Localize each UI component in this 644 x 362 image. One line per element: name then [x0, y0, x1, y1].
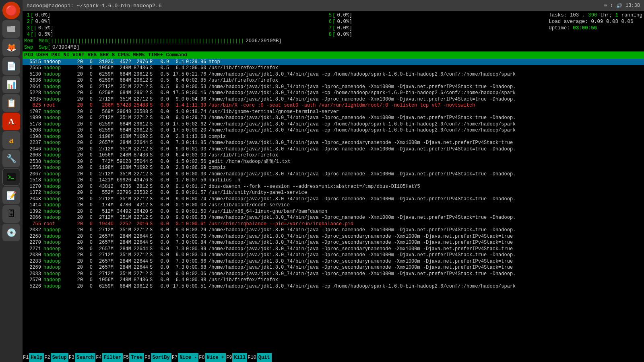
table-row[interactable]: 1372 hadoop 20 0 552M 32796 23532 S 0.0 …: [23, 190, 644, 196]
sidebar-icon-files[interactable]: [2, 20, 20, 38]
col-shr: 2016: [133, 221, 150, 227]
col-cmd: /usr/lib/x86_64-linux-gnu/bamf/bamfdaemo…: [208, 209, 642, 214]
table-row[interactable]: 5178 hadoop 20 0 6259M 684M 29612 S 0.0 …: [23, 121, 644, 128]
fkey-f2[interactable]: F2 Setup: [44, 353, 68, 362]
table-row[interactable]: 5515 hadoop 20 0 31020 4572 2976 R 0.9 0…: [23, 59, 644, 65]
sidebar-icon-amazon[interactable]: a: [2, 131, 20, 149]
table-row[interactable]: 5228 hadoop 20 0 6259M 684M 29612 S 0.0 …: [23, 90, 644, 97]
col-cmd: /home/hadoop/java/jdk1.8.0_74/bin/java -…: [208, 146, 642, 152]
fkey-f8[interactable]: F8 Nice +: [198, 353, 226, 362]
sidebar-icon-terminal[interactable]: [2, 168, 20, 186]
sidebar-icon-ubuntu[interactable]: 🔴: [2, 2, 20, 19]
col-pid: 1398: [24, 134, 43, 140]
table-row[interactable]: 2066 hadoop 20 0 2712M 351M 22712 S 0.0 …: [23, 215, 644, 221]
table-row[interactable]: 2636 hadoop 20 0 6259M 684M 29612 S 0.5 …: [23, 78, 644, 84]
col-user: hadoop: [43, 171, 72, 177]
col-ni: 0: [85, 209, 94, 214]
fkey-f6[interactable]: F6 SortBy: [144, 353, 171, 362]
table-row[interactable]: 2032 hadoop 20 0 2712M 351M 22712 S 0.0 …: [23, 227, 644, 234]
table-row[interactable]: 2555 hadoop 20 0 1056M 248M 87436 S 0.5 …: [23, 65, 644, 72]
col-pri: 20: [72, 109, 85, 115]
sidebar-icon-notes[interactable]: 📝: [2, 187, 20, 204]
sidebar-icon-settings[interactable]: 🔧: [2, 150, 20, 167]
fkey-label-F4: Filter: [102, 353, 123, 362]
fkey-num-F3: F3: [68, 355, 75, 360]
fkey-f7[interactable]: F7 Nice -: [171, 353, 199, 362]
col-s: R: [150, 59, 155, 65]
table-row[interactable]: 1414 hadoop 20 0 174M 4780 4212 S 0.0 0.…: [23, 202, 644, 209]
table-row[interactable]: 5130 hadoop 20 0 6259M 684M 29612 S 0.5 …: [23, 71, 644, 78]
fkey-f4[interactable]: F4 Filter: [95, 353, 123, 362]
table-row[interactable]: 2061 hadoop 20 0 2712M 351M 22712 S 0.5 …: [23, 84, 644, 90]
sidebar-icon-writer[interactable]: 📄: [2, 57, 20, 75]
table-row[interactable]: 2269 hadoop 20 0 2657M 284M 22644 S 0.0 …: [23, 265, 644, 271]
table-row[interactable]: 2608 hadoop 20 0 1056M 248M 87436 S 0.0 …: [23, 152, 644, 159]
table-row[interactable]: 2570 hadoop 20 0 1056M 248M 87436 S 0.0 …: [23, 277, 644, 284]
table-row[interactable]: 1556 hadoop 20 0 1198M 108M 71692 S 0.0 …: [23, 165, 644, 171]
table-row[interactable]: 2538 hadoop 20 0 742M 59028 35044 S 0.0 …: [23, 158, 644, 165]
col-shr: 35044: [133, 159, 150, 165]
cpu-line-4: 4[| 0.5%]: [24, 31, 326, 38]
fkey-f3[interactable]: F3 Search: [68, 353, 96, 362]
table-row[interactable]: 2270 hadoop 20 0 2657M 284M 22644 S 0.0 …: [23, 240, 644, 246]
fkey-f5[interactable]: F5 Tree: [123, 353, 144, 362]
table-row[interactable]: 825 root 20 0 286M 57428 25488 S 0.0 1.4…: [23, 103, 644, 109]
col-cpu: 0.0: [155, 271, 171, 277]
table-row[interactable]: 2268 hadoop 20 0 2657M 284M 22644 S 0.0 …: [23, 233, 644, 240]
table-row[interactable]: 1518 hadoop 20 0 1421M 69920 43476 S 0.0…: [23, 177, 644, 184]
col-pid: 5515: [24, 59, 43, 65]
table-row[interactable]: 2271 hadoop 20 0 2657M 284M 22644 S 0.0 …: [23, 246, 644, 252]
table-row[interactable]: 2046 hadoop 20 0 2712M 351M 22712 S 0.0 …: [23, 146, 644, 152]
col-res: 351M: [115, 171, 133, 177]
fkey-f10[interactable]: F10 Quit: [247, 353, 271, 362]
col-mem: 0.9: [171, 209, 186, 214]
sidebar-icon-texteditor[interactable]: A: [2, 113, 20, 130]
table-row[interactable]: 2035 hadoop 20 0 2712M 351M 22712 S 0.0 …: [23, 96, 644, 103]
col-time: 0:01.50: [186, 209, 208, 214]
sidebar-icon-filemanager[interactable]: 🗄: [2, 205, 20, 223]
col-user: hadoop: [43, 277, 72, 283]
col-mem: 7.3: [171, 265, 186, 270]
sidebar-icon-removable[interactable]: 💿: [2, 224, 20, 241]
col-cpu: 0.0: [155, 97, 171, 102]
table-row[interactable]: 1707 hadoop 20 0 569M 39648 30588 S 0.0 …: [23, 109, 644, 115]
table-row[interactable]: 5208 hadoop 20 0 6259M 684M 29612 S 0.0 …: [23, 128, 644, 134]
col-s: S: [150, 265, 155, 270]
fkey-label-F7: Nice -: [178, 353, 198, 362]
col-mem: 17.5: [171, 90, 186, 96]
table-row[interactable]: 1270 hadoop 20 0 43812 4236 2812 S 0.0 0…: [23, 183, 644, 190]
col-cpu: 0.0: [155, 227, 171, 233]
col-pri: 20: [72, 209, 85, 214]
table-row[interactable]: 2283 hadoop 20 0 2657M 284M 22644 S 0.0 …: [23, 258, 644, 265]
col-ni: 0: [85, 109, 94, 115]
col-s: S: [150, 128, 155, 133]
col-mem: 1.7: [171, 177, 186, 183]
sidebar-icon-firefox[interactable]: 🦊: [2, 39, 20, 56]
table-row[interactable]: 2048 hadoop 20 0 2712M 351M 22712 S 0.0 …: [23, 196, 644, 202]
fkey-f1[interactable]: F1 Help: [23, 353, 44, 362]
table-row[interactable]: 2030 hadoop 20 0 2712M 351M 22712 S 0.0 …: [23, 252, 644, 259]
table-row[interactable]: 2067 hadoop 20 0 2712M 351M 22712 S 0.0 …: [23, 171, 644, 177]
col-shr: 30588: [133, 109, 150, 115]
sidebar-icon-impress[interactable]: 📋: [2, 94, 20, 112]
col-time: 0:02.85: [186, 78, 208, 83]
table-row[interactable]: 755 root 20 0 19440 2252 2016 S 0.0 0.1 …: [23, 221, 644, 227]
col-virt: 2657M: [94, 240, 115, 245]
table-row[interactable]: 2033 hadoop 20 0 2712M 351M 22712 S 0.0 …: [23, 271, 644, 277]
fkey-label-F5: Tree: [129, 353, 144, 362]
table-row[interactable]: 1999 hadoop 20 0 2712M 351M 22712 S 0.0 …: [23, 115, 644, 121]
col-s: S: [150, 240, 155, 245]
col-ni: 0: [85, 128, 94, 133]
sidebar-icon-calc[interactable]: 📊: [2, 76, 20, 93]
fkey-f9[interactable]: F9 Kill: [226, 353, 247, 362]
col-shr: 22712: [133, 115, 150, 121]
table-row[interactable]: 1392 hadoop 20 0 512M 34492 26420 S 0.0 …: [23, 208, 644, 215]
col-pid: 1556: [24, 165, 43, 171]
col-ni: 0: [85, 171, 94, 177]
col-virt: 2712M: [94, 84, 115, 90]
table-row[interactable]: 2237 hadoop 20 0 2657M 284M 22644 S 0.0 …: [23, 140, 644, 146]
titlebar: hadoop@hadoop1: ~/spark-1.6.0-bin-hadoop…: [23, 0, 644, 11]
table-row[interactable]: 5226 hadoop 20 0 6259M 684M 29612 S 0.0 …: [23, 283, 644, 290]
table-row[interactable]: 1398 hadoop 20 0 1198M 108M 71692 S 0.0 …: [23, 134, 644, 140]
col-cpu: 0.9: [155, 59, 171, 65]
